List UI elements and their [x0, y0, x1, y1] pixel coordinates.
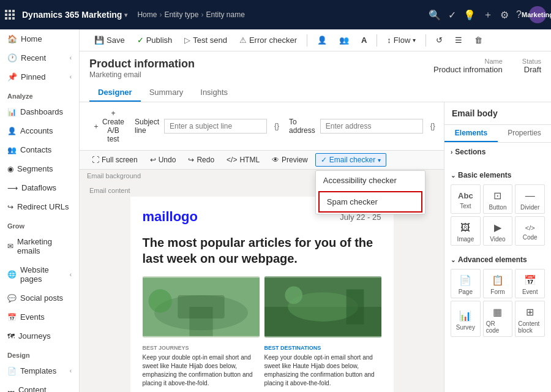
refresh-button[interactable]: ↺ [431, 33, 448, 47]
create-ab-test-button[interactable]: ＋ + Create A/B test [87, 106, 130, 146]
email-image-2 [264, 276, 381, 337]
list-icon: ☰ [455, 36, 462, 45]
sidebar-item-journeys[interactable]: 🗺 Journeys [0, 326, 79, 345]
sidebar-item-recent[interactable]: 🕐 Recent ‹ [0, 48, 79, 67]
save-icon: 💾 [94, 36, 104, 45]
image-element-icon: 🖼 [460, 222, 470, 233]
secondary-toolbar: ⛶ Full screen ↩ Undo ↪ Redo </> HTML [80, 151, 444, 170]
search-icon[interactable]: 🔍 [429, 9, 441, 21]
sidebar-item-home[interactable]: 🏠 Home [0, 29, 79, 48]
undo-button[interactable]: ↩ Undo [145, 154, 181, 166]
main-layout: 🏠 Home 🕐 Recent ‹ 📌 Pinned ‹ Analyze 📊 D… [0, 29, 551, 392]
chevron-down-icon: ⌄ [451, 172, 455, 179]
avatar[interactable]: Marketing [529, 6, 546, 23]
element-divider[interactable]: — Divider [515, 184, 545, 214]
survey-element-icon: 📊 [459, 310, 471, 322]
test-send-button[interactable]: ▷ Test send [179, 33, 232, 47]
sections-header[interactable]: › Sections [451, 148, 545, 156]
app-name[interactable]: Dynamics 365 Marketing ▾ [22, 10, 127, 20]
sidebar-item-marketing-emails[interactable]: ✉ Marketing emails [0, 232, 79, 260]
sidebar-item-website-pages[interactable]: 🌐 Website pages ‹ [0, 260, 79, 288]
accessibility-checker-option[interactable]: Accessibility checker [316, 171, 425, 190]
right-panel: Email body Elements Properties › Section… [444, 102, 551, 392]
element-text[interactable]: Abc Text [451, 184, 481, 214]
advanced-elements-header[interactable]: ⌄ Advanced elements [451, 255, 545, 264]
sidebar-item-redirect-urls[interactable]: ↪ Redirect URLs [0, 197, 79, 216]
spam-checker-option[interactable]: Spam checker [318, 191, 422, 213]
publish-button[interactable]: ✓ Publish [132, 33, 178, 47]
bracket-icon[interactable]: {} [274, 122, 279, 130]
element-button[interactable]: ⊡ Button [483, 184, 513, 214]
element-event[interactable]: 📅 Event [515, 269, 545, 298]
redo-button[interactable]: ↪ Redo [183, 154, 219, 166]
sidebar-item-social-posts[interactable]: 💬 Social posts [0, 288, 79, 307]
templates-icon: 📄 [7, 367, 17, 375]
tab-insights[interactable]: Insights [192, 84, 236, 102]
sidebar-section-grow: Grow [0, 216, 79, 232]
element-code[interactable]: </> Code [515, 216, 545, 246]
element-qr-code[interactable]: ▦ QR code [483, 301, 513, 337]
question-icon[interactable]: ? [516, 9, 522, 20]
subject-line-input[interactable] [164, 119, 267, 134]
breadcrumb: Home › Entity type › Entity name [137, 10, 424, 19]
svg-point-3 [148, 289, 171, 312]
list-button[interactable]: ☰ [450, 33, 467, 47]
person-button[interactable]: 👤 [312, 33, 332, 47]
page-element-icon: 📄 [459, 274, 471, 286]
element-form[interactable]: 📋 Form [483, 269, 513, 298]
delete-button[interactable]: 🗑 [470, 33, 487, 47]
element-survey[interactable]: 📊 Survey [451, 301, 481, 337]
email-image-1 [143, 276, 260, 337]
dashboard-icon: 📊 [7, 108, 17, 116]
tab-properties[interactable]: Properties [498, 125, 551, 142]
tab-elements[interactable]: Elements [444, 125, 498, 142]
article-2: BEST DESTINATIONS Keep your double opt-i… [264, 345, 381, 388]
email-headline: The most popular articles for you of the… [143, 235, 381, 266]
email-logo: maillogo [143, 209, 198, 225]
basic-elements-header[interactable]: ⌄ Basic elements [451, 171, 545, 179]
test-send-icon: ▷ [184, 36, 190, 45]
right-panel-title: Email body [444, 102, 551, 125]
element-image[interactable]: 🖼 Image [451, 216, 481, 246]
chevron-right-icon: ‹ [70, 55, 72, 61]
add-icon[interactable]: ＋ [483, 9, 493, 21]
settings-check-icon[interactable]: ✓ [448, 9, 456, 21]
element-video[interactable]: ▶ Video [483, 216, 513, 246]
help-icon[interactable]: 💡 [463, 9, 476, 21]
element-content-block[interactable]: ⊞ Content block [515, 301, 545, 337]
toolbar-separator [307, 34, 307, 47]
bracket-icon-2[interactable]: {} [430, 122, 435, 130]
to-address-input[interactable] [320, 119, 423, 134]
sidebar-item-events[interactable]: 📅 Events [0, 307, 79, 326]
sidebar-item-accounts[interactable]: 👤 Accounts [0, 121, 79, 140]
sidebar-item-dataflows[interactable]: ⟶ Dataflows [0, 178, 79, 197]
html-button[interactable]: </> HTML [222, 154, 264, 166]
email-preview: maillogo July 22 - 25 The most popular a… [130, 197, 394, 392]
app-grid-icon[interactable] [5, 10, 15, 20]
error-checker-button[interactable]: ⚠ Error checker [234, 33, 302, 47]
page-tabs: Designer Summary Insights [89, 84, 541, 102]
tab-summary[interactable]: Summary [141, 84, 192, 102]
group-button[interactable]: 👥 [334, 33, 354, 47]
sidebar-item-content-library[interactable]: 🖼 Content library ‹ [0, 380, 79, 392]
refresh-icon: ↺ [436, 36, 443, 45]
fullscreen-button[interactable]: ⛶ Full screen [87, 154, 143, 166]
element-page[interactable]: 📄 Page [451, 269, 481, 298]
svg-rect-8 [346, 289, 364, 324]
gear-icon[interactable]: ⚙ [500, 9, 509, 21]
save-button[interactable]: 💾 Save [89, 33, 130, 47]
tab-designer[interactable]: Designer [89, 84, 141, 102]
flow-button[interactable]: ↕ Flow ▾ [382, 33, 421, 47]
text-style-button[interactable]: A [356, 33, 372, 47]
sidebar-item-dashboards[interactable]: 📊 Dashboards [0, 102, 79, 121]
pin-icon: 📌 [7, 72, 17, 81]
preview-button[interactable]: 👁 Preview [267, 154, 313, 166]
email-checker-button[interactable]: ✓ Email checker ▾ [315, 153, 386, 167]
sidebar-item-pinned[interactable]: 📌 Pinned ‹ [0, 67, 79, 86]
sidebar-item-templates[interactable]: 📄 Templates ‹ [0, 361, 79, 380]
sidebar-item-contacts[interactable]: 👥 Contacts [0, 140, 79, 159]
chevron-down-icon: ▾ [378, 157, 381, 164]
expand-button[interactable]: ⌄ [440, 119, 444, 134]
video-element-icon: ▶ [494, 222, 501, 233]
sidebar-item-segments[interactable]: ◉ Segments [0, 159, 79, 178]
